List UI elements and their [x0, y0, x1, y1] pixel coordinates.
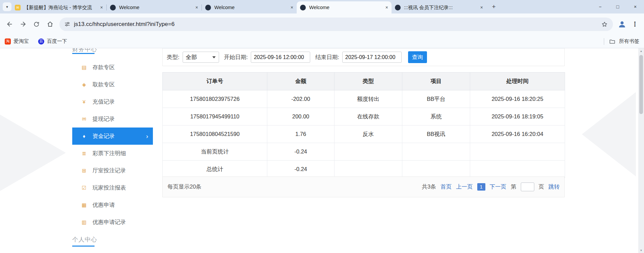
sidebar-item-label: 彩票下注明细 — [92, 150, 126, 157]
tab-title: Welcome — [309, 5, 383, 10]
sidebar-item-label: 存款专区 — [92, 64, 115, 71]
table-cell: 反水 — [334, 125, 402, 143]
sidebar-item-label: 资金记录 — [92, 133, 115, 140]
sidebar-item-label: 提现记录 — [92, 115, 115, 123]
sidebar-item-recharge-record[interactable]: ¥ 充值记录 — [72, 93, 153, 110]
tab-forum[interactable]: ✉ 【新提醒】海燕论坛 - 博学交流 × — [11, 1, 106, 13]
forward-button[interactable] — [16, 18, 30, 31]
tab-bet-records[interactable]: :::视讯 会员下注纪录::: × — [392, 1, 486, 13]
sidebar-menu: ▤ 存款专区 ◈ 取款专区 ¥ 充值记录 ✉ 提现记录 — [72, 59, 153, 231]
tab-welcome-2[interactable]: Welcome × — [202, 1, 297, 13]
sidebar-item-deposit-zone[interactable]: ▤ 存款专区 — [72, 59, 153, 76]
profile-button[interactable] — [616, 18, 628, 31]
end-date-label: 结束日期: — [315, 54, 339, 61]
pagination-bar: 每页显示20条 共3条 首页 上一页 1 下一页 第 页 跳转 — [162, 176, 565, 197]
table-cell: 系统 — [402, 108, 470, 125]
table-cell: BB平台 — [402, 90, 470, 108]
window-minimize-button[interactable]: − — [591, 0, 609, 13]
bookmark-item-taobao[interactable]: 淘 爱淘宝 — [5, 38, 29, 45]
next-page-link[interactable]: 下一页 — [490, 183, 507, 191]
table-cell: 2025-09-16 18:19:05 — [470, 108, 565, 125]
sidebar-item-withdrawal-record[interactable]: ✉ 提现记录 — [72, 110, 153, 128]
new-tab-button[interactable]: + — [489, 2, 499, 11]
site-favicon-icon — [300, 5, 306, 10]
window-maximize-button[interactable]: □ — [609, 0, 626, 13]
end-date-input[interactable] — [342, 52, 402, 63]
tab-welcome-1[interactable]: Welcome × — [107, 1, 202, 13]
sidebar-item-player-bet-report[interactable]: ☑ 玩家投注报表 — [72, 179, 153, 196]
sidebar-item-funds-record[interactable]: ♦ 资金记录 › — [72, 128, 153, 145]
chevron-right-icon: › — [146, 133, 148, 140]
site-settings-icon[interactable] — [64, 21, 71, 27]
menu-button[interactable]: ⋮ — [628, 18, 641, 31]
first-page-link[interactable]: 首页 — [440, 183, 452, 191]
current-page-indicator[interactable]: 1 — [477, 183, 485, 191]
page-scrollbar[interactable]: ▲ ▼ — [638, 48, 644, 253]
tab-welcome-active[interactable]: Welcome × — [297, 1, 392, 13]
sidebar-item-lottery-bet-detail[interactable]: ≣ 彩票下注明细 — [72, 145, 153, 162]
section-accent-bar — [72, 53, 95, 54]
tab-close-icon[interactable]: × — [195, 5, 198, 10]
table-row: 1758018023975726 -202.00 额度转出 BB平台 2025-… — [163, 90, 565, 108]
jump-page-input[interactable] — [521, 182, 534, 191]
scroll-up-arrow-icon[interactable]: ▲ — [638, 48, 644, 54]
table-header-cell: 金额 — [267, 73, 334, 90]
scrollbar-thumb[interactable] — [639, 55, 643, 114]
bookmark-star-button[interactable] — [599, 19, 610, 30]
table-row-total-summary: 总统计 -0.24 — [163, 161, 565, 178]
table-cell: -0.24 — [267, 161, 334, 178]
table-header-cell: 订单号 — [163, 73, 267, 90]
back-icon — [6, 21, 13, 28]
reload-icon — [33, 21, 40, 28]
scroll-down-arrow-icon[interactable]: ▼ — [638, 248, 644, 253]
total-count-text: 共3条 — [422, 183, 436, 191]
sidebar-item-promo-apply[interactable]: ▦ 优惠申请 — [72, 196, 153, 214]
table-row: 1758010804521590 1.76 反水 BB视讯 2025-09-16… — [163, 125, 565, 143]
tab-close-icon[interactable]: × — [291, 5, 293, 10]
table-header-cell: 项目 — [402, 73, 470, 90]
table-cell: -0.24 — [267, 143, 334, 161]
sidebar: 财务中心 ▤ 存款专区 ◈ 取款专区 ¥ 充值记录 — [72, 48, 153, 253]
back-button[interactable] — [3, 18, 16, 31]
promo-apply-icon: ▦ — [81, 202, 87, 208]
start-date-input[interactable] — [251, 52, 310, 63]
sidebar-item-label: 厅室投注记录 — [92, 167, 126, 174]
search-button[interactable]: 查询 — [408, 51, 427, 63]
address-bar[interactable]: js13.cc/hhcp/usercenter.html?iniType=6 — [59, 18, 613, 31]
table-cell — [470, 143, 565, 161]
pagination-controls: 共3条 首页 上一页 1 下一页 第 页 跳转 — [422, 182, 560, 191]
section-accent-bar — [72, 246, 95, 247]
sidebar-item-room-bet-record[interactable]: ⊞ 厅室投注记录 — [72, 162, 153, 179]
home-icon — [47, 21, 54, 28]
sidebar-item-withdraw-zone[interactable]: ◈ 取款专区 — [72, 76, 153, 93]
site-favicon-icon — [110, 5, 116, 10]
sidebar-item-label: 优惠申请 — [92, 201, 115, 209]
prev-page-link[interactable]: 上一页 — [456, 183, 473, 191]
sidebar-section-personal: 个人中心 — [72, 235, 153, 244]
tab-close-icon[interactable]: × — [100, 5, 103, 10]
table-cell: BB视讯 — [402, 125, 470, 143]
taobao-favicon-icon: 淘 — [5, 38, 11, 45]
tab-strip: ▾ ✉ 【新提醒】海燕论坛 - 博学交流 × Welcome × Welcome… — [0, 0, 644, 13]
jump-label-prefix: 第 — [511, 183, 516, 191]
jump-label-suffix: 页 — [539, 183, 544, 191]
table-cell: 额度转出 — [334, 90, 402, 108]
bookmarks-divider — [604, 38, 604, 45]
table-cell — [402, 161, 470, 178]
tab-close-icon[interactable]: × — [480, 5, 483, 10]
home-button[interactable] — [43, 18, 57, 31]
sidebar-item-promo-apply-record[interactable]: ▥ 优惠申请记录 — [72, 214, 153, 231]
type-select[interactable]: 全部 — [183, 52, 219, 63]
table-cell: 1758018023975726 — [163, 90, 267, 108]
reload-button[interactable] — [30, 18, 43, 31]
tab-search-button[interactable]: ▾ — [3, 2, 11, 11]
jump-button[interactable]: 跳转 — [548, 183, 560, 191]
table-row: 1758017945499110 200.00 在线存款 系统 2025-09-… — [163, 108, 565, 125]
all-bookmarks-button[interactable]: 所有书签 — [604, 38, 639, 45]
table-cell — [402, 143, 470, 161]
window-close-button[interactable]: × — [626, 0, 644, 13]
bookmark-item-baidu[interactable]: 百 百度一下 — [38, 38, 67, 45]
tab-close-icon[interactable]: × — [385, 5, 388, 10]
background-watermark — [582, 92, 636, 176]
url-text[interactable]: js13.cc/hhcp/usercenter.html?iniType=6 — [74, 21, 175, 28]
